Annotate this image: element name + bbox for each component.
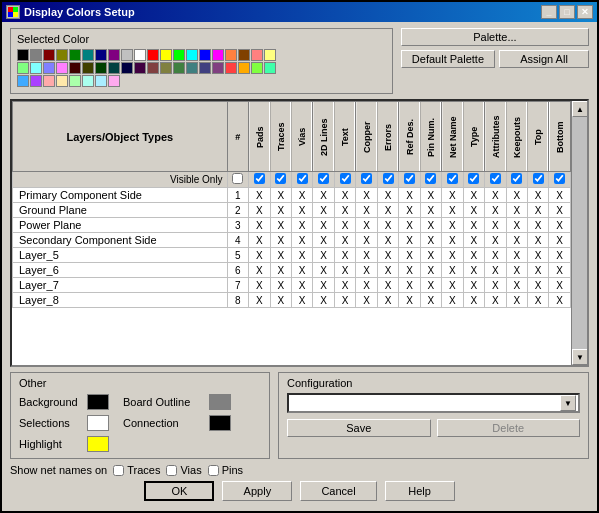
cell-8: X — [420, 188, 441, 203]
visible-traces-check[interactable] — [275, 173, 286, 184]
color-cell-26[interactable] — [95, 62, 107, 74]
apply-button[interactable]: Apply — [222, 481, 292, 501]
config-dropdown[interactable]: ▼ — [287, 393, 580, 413]
color-cell-17[interactable] — [238, 49, 250, 61]
color-cell-27[interactable] — [108, 62, 120, 74]
help-button[interactable]: Help — [385, 481, 455, 501]
visible-top-check[interactable] — [533, 173, 544, 184]
col-top: Top — [527, 102, 548, 172]
visible-2dlines-check[interactable] — [318, 173, 329, 184]
color-cell-16[interactable] — [225, 49, 237, 61]
color-cell-32[interactable] — [173, 62, 185, 74]
vias-checkbox[interactable] — [166, 465, 177, 476]
pins-checkbox[interactable] — [208, 465, 219, 476]
visible-copper-check[interactable] — [361, 173, 372, 184]
color-cell-38[interactable] — [251, 62, 263, 74]
color-cell-42[interactable] — [43, 75, 55, 87]
color-cell-7[interactable] — [108, 49, 120, 61]
color-cell-40[interactable] — [17, 75, 29, 87]
background-color-box[interactable] — [87, 394, 109, 410]
color-cell-5[interactable] — [82, 49, 94, 61]
color-cell-37[interactable] — [238, 62, 250, 74]
color-cell-47[interactable] — [108, 75, 120, 87]
color-cell-25[interactable] — [82, 62, 94, 74]
visible-pinnum-check[interactable] — [425, 173, 436, 184]
color-cell-6[interactable] — [95, 49, 107, 61]
color-cell-8[interactable] — [121, 49, 133, 61]
color-cell-1[interactable] — [30, 49, 42, 61]
dropdown-arrow-icon[interactable]: ▼ — [560, 395, 576, 411]
color-cell-45[interactable] — [82, 75, 94, 87]
cell-0: X — [249, 263, 270, 278]
cancel-button[interactable]: Cancel — [300, 481, 376, 501]
cell-7: X — [399, 233, 420, 248]
col-type: Type — [463, 102, 484, 172]
visible-type-check[interactable] — [468, 173, 479, 184]
visible-refdes-check[interactable] — [404, 173, 415, 184]
color-cell-35[interactable] — [212, 62, 224, 74]
color-cell-9[interactable] — [134, 49, 146, 61]
color-cell-34[interactable] — [199, 62, 211, 74]
color-cell-46[interactable] — [95, 75, 107, 87]
cell-13: X — [527, 218, 548, 233]
col-vias: Vias — [291, 102, 312, 172]
traces-checkbox[interactable] — [113, 465, 124, 476]
color-cell-30[interactable] — [147, 62, 159, 74]
color-cell-36[interactable] — [225, 62, 237, 74]
color-cell-22[interactable] — [43, 62, 55, 74]
color-cell-11[interactable] — [160, 49, 172, 61]
color-cell-44[interactable] — [69, 75, 81, 87]
color-cell-33[interactable] — [186, 62, 198, 74]
color-cell-10[interactable] — [147, 49, 159, 61]
visible-errors-check[interactable] — [383, 173, 394, 184]
row-number-cell: 7 — [227, 278, 248, 293]
assign-all-button[interactable]: Assign All — [499, 50, 589, 68]
color-cell-29[interactable] — [134, 62, 146, 74]
visible-vias-check[interactable] — [297, 173, 308, 184]
color-cell-24[interactable] — [69, 62, 81, 74]
visible-netname-check[interactable] — [447, 173, 458, 184]
color-cell-23[interactable] — [56, 62, 68, 74]
delete-button[interactable]: Delete — [437, 419, 581, 437]
color-cell-43[interactable] — [56, 75, 68, 87]
minimize-button[interactable]: _ — [541, 5, 557, 19]
vertical-scrollbar[interactable]: ▲ ▼ — [571, 101, 587, 365]
cell-14: X — [549, 233, 571, 248]
visible-bottom-check[interactable] — [554, 173, 565, 184]
color-cell-41[interactable] — [30, 75, 42, 87]
cell-3: X — [313, 248, 334, 263]
selections-color-box[interactable] — [87, 415, 109, 431]
connection-color-box[interactable] — [209, 415, 231, 431]
color-cell-19[interactable] — [264, 49, 276, 61]
color-cell-12[interactable] — [173, 49, 185, 61]
palette-button[interactable]: Palette... — [401, 28, 589, 46]
vias-label: Vias — [180, 464, 201, 476]
color-cell-39[interactable] — [264, 62, 276, 74]
color-cell-0[interactable] — [17, 49, 29, 61]
close-button[interactable]: ✕ — [577, 5, 593, 19]
visible-attributes-check[interactable] — [490, 173, 501, 184]
default-palette-button[interactable]: Default Palette — [401, 50, 495, 68]
visible-pads-check[interactable] — [254, 173, 265, 184]
maximize-button[interactable]: □ — [559, 5, 575, 19]
color-cell-4[interactable] — [69, 49, 81, 61]
color-cell-18[interactable] — [251, 49, 263, 61]
visible-text-check[interactable] — [340, 173, 351, 184]
color-cell-2[interactable] — [43, 49, 55, 61]
ok-button[interactable]: OK — [144, 481, 214, 501]
color-cell-20[interactable] — [17, 62, 29, 74]
color-cell-31[interactable] — [160, 62, 172, 74]
save-button[interactable]: Save — [287, 419, 431, 437]
scroll-up-button[interactable]: ▲ — [572, 101, 587, 117]
color-cell-21[interactable] — [30, 62, 42, 74]
color-cell-28[interactable] — [121, 62, 133, 74]
visible-only-checkbox[interactable] — [232, 173, 243, 184]
visible-keepouts-check[interactable] — [511, 173, 522, 184]
highlight-color-box[interactable] — [87, 436, 109, 452]
scroll-down-button[interactable]: ▼ — [572, 349, 587, 365]
color-cell-15[interactable] — [212, 49, 224, 61]
color-cell-14[interactable] — [199, 49, 211, 61]
color-cell-3[interactable] — [56, 49, 68, 61]
color-cell-13[interactable] — [186, 49, 198, 61]
board-outline-color-box[interactable] — [209, 394, 231, 410]
